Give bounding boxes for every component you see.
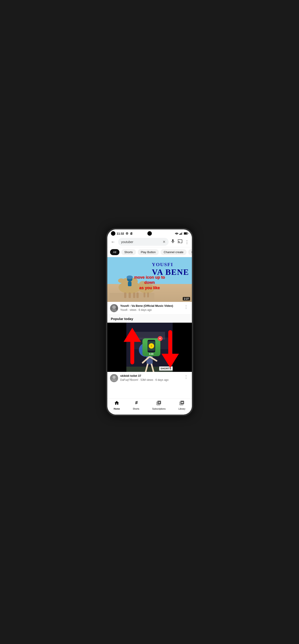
svg-rect-25 <box>147 292 149 298</box>
video1-days: 6 days ago <box>139 308 152 312</box>
popular-today-header: Popular today <box>107 314 192 322</box>
svg-rect-12 <box>122 282 126 291</box>
svg-rect-15 <box>128 292 131 298</box>
nav-shorts-label: Shorts <box>133 408 139 410</box>
nav-library-label: Library <box>178 408 186 410</box>
nav-library[interactable]: Library <box>178 400 186 410</box>
filter-chip-channel-create[interactable]: Channel create <box>160 249 186 255</box>
annotation-line1: move icon up to down <box>128 275 171 285</box>
voice-search-button[interactable] <box>170 239 175 245</box>
ad-popup[interactable]: × $ 0.00 <box>142 338 160 356</box>
shorts-left-black <box>107 323 126 372</box>
settings-icon <box>126 232 128 235</box>
scroll-content[interactable]: YOUSFI VA BENE <box>107 257 192 413</box>
skibidi-dot: · <box>154 378 156 382</box>
video1-brand: YOUSFI VA BENE <box>152 262 189 277</box>
shorts-badge: SHORTS <box>159 366 173 370</box>
skibidi-views: 53M views <box>140 378 153 382</box>
clear-search-button[interactable]: ✕ <box>162 240 166 244</box>
video1-meta: Yousfi - Va Bene (Official Music Video) … <box>120 304 181 312</box>
bottom-nav: Home Shorts Subscription <box>107 398 192 414</box>
video1-avatar[interactable] <box>110 304 118 312</box>
phone-screen: 11:32 <box>107 230 192 414</box>
skibidi-channel: DaFuq!?Boom! <box>120 378 138 382</box>
shorts-icon <box>133 400 139 407</box>
ad-popup-image[interactable]: × $ 0.00 <box>142 338 160 356</box>
skibidi-days: 6 days ago <box>156 378 168 382</box>
nav-home-label: Home <box>114 408 120 410</box>
svg-rect-2 <box>180 233 181 235</box>
filter-chip-all[interactable]: All <box>110 249 120 255</box>
microphone-icon <box>170 239 175 244</box>
more-options-button[interactable]: ⋮ <box>185 239 189 245</box>
sim-icon <box>130 232 132 235</box>
svg-point-46 <box>112 376 116 379</box>
subscriptions-icon <box>156 400 162 407</box>
cast-button[interactable] <box>178 239 182 245</box>
wifi-icon <box>175 232 178 235</box>
filter-chip-shorts[interactable]: Shorts <box>121 249 136 255</box>
search-query: youtuber <box>121 240 133 244</box>
video1-channel: Yousfi <box>120 308 128 312</box>
filter-chips: All Shorts Play Button Channel create Fi… <box>107 247 192 257</box>
ad-phone-icon: $ <box>146 340 157 353</box>
skibidi-title: skibidi toilet 37 <box>120 374 181 378</box>
video1-views: views <box>130 308 136 312</box>
nav-subscriptions[interactable]: Subscriptions <box>152 400 166 410</box>
skibidi-info: skibidi toilet 37 DaFuq!?Boom! · 53M vie… <box>107 372 192 384</box>
nav-shorts[interactable]: Shorts <box>133 400 139 410</box>
annotation-line2: as you like <box>128 285 171 290</box>
nav-home[interactable]: Home <box>114 400 120 410</box>
phone-frame: 11:32 <box>106 228 193 416</box>
svg-rect-24 <box>144 292 145 298</box>
svg-point-26 <box>112 306 116 309</box>
filter-chip-play-button[interactable]: Play Button <box>138 249 159 255</box>
shorts-container[interactable]: SHORTS × $ 0.00 <box>107 323 192 372</box>
search-input-container[interactable]: youtuber ✕ <box>118 238 168 246</box>
cast-icon <box>178 239 182 244</box>
video1-brand-line1: YOUSFI <box>152 262 189 268</box>
skibidi-meta: skibidi toilet 37 DaFuq!?Boom! · 53M vie… <box>120 374 181 382</box>
svg-rect-4 <box>182 232 183 235</box>
battery-icon <box>184 232 188 235</box>
video1-title: Yousfi - Va Bene (Official Music Video) <box>120 304 181 308</box>
search-bar: ← youtuber ✕ <box>107 236 192 247</box>
annotation-overlay: move icon up to down as you like <box>128 275 171 290</box>
svg-rect-17 <box>136 292 139 298</box>
video1-duration: 2:27 <box>183 297 190 300</box>
svg-rect-14 <box>124 292 126 298</box>
svg-rect-16 <box>133 292 135 298</box>
filter-chip-first[interactable]: First <box>188 249 192 255</box>
video1-thumbnail[interactable]: YOUSFI VA BENE <box>107 257 192 302</box>
skibidi-avatar[interactable] <box>110 374 118 382</box>
library-icon <box>179 400 184 407</box>
svg-text:$: $ <box>151 345 152 347</box>
svg-rect-1 <box>179 234 180 235</box>
section-divider: Popular today <box>107 314 192 323</box>
selfie-camera <box>148 231 152 236</box>
front-camera-icon <box>111 231 116 236</box>
video1-info: Yousfi - Va Bene (Official Music Video) … <box>107 302 192 314</box>
home-icon <box>114 400 120 407</box>
signal-icon <box>179 232 183 235</box>
shorts-right-black <box>173 323 192 372</box>
ad-coin-amount: 0.00 <box>149 353 154 355</box>
svg-rect-3 <box>181 233 182 235</box>
avatar-person-icon <box>110 304 118 312</box>
skibidi-subtitle: DaFuq!?Boom! · 53M views · 6 days ago <box>120 378 181 382</box>
status-bar: 11:32 <box>107 230 192 236</box>
svg-point-0 <box>176 234 177 235</box>
video1-separator: · <box>128 308 130 312</box>
nav-subscriptions-label: Subscriptions <box>152 408 166 410</box>
status-time: 11:32 <box>117 232 124 235</box>
skibidi-avatar-icon <box>110 374 118 382</box>
video1-more-button[interactable]: ⋮ <box>183 304 189 310</box>
svg-rect-6 <box>188 233 188 234</box>
video1-subtitle: Yousfi · views · 6 days ago <box>120 308 181 312</box>
ad-close-button[interactable]: × <box>158 336 162 341</box>
skibidi-more-button[interactable]: ⋮ <box>183 374 189 380</box>
video1-dot: · <box>137 308 139 312</box>
back-button[interactable]: ← <box>110 238 116 245</box>
svg-point-13 <box>118 278 124 283</box>
svg-rect-7 <box>184 233 187 234</box>
